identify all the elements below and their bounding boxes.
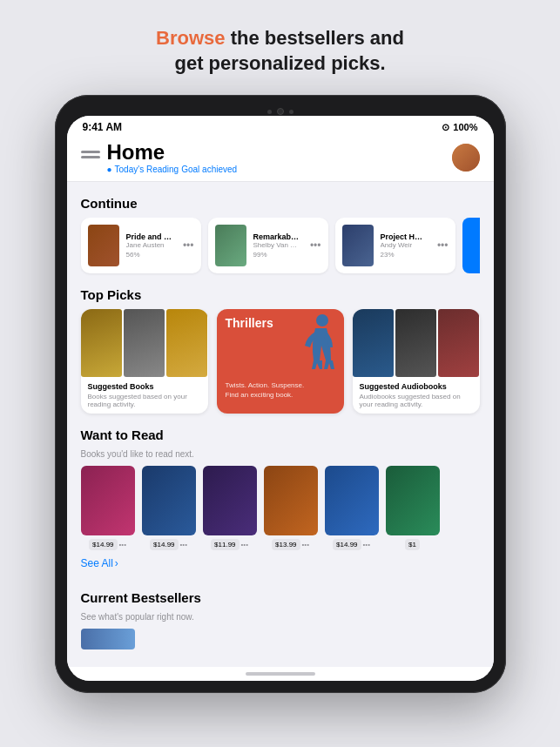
suggested-books-sublabel: Books suggested based on your reading ac…	[81, 393, 208, 414]
want-cover-4	[264, 466, 318, 535]
want-cover-1	[81, 466, 135, 535]
continue-info-1: Pride and Prejudice Jane Austen 56%	[126, 232, 172, 259]
nav-title-block: Home ● Today's Reading Goal achieved	[107, 140, 238, 174]
book-cover-3	[166, 309, 207, 377]
bestseller-bar	[81, 629, 135, 649]
book-cover-lb	[81, 309, 122, 377]
continue-info-2: Remarkably Bright Creatures Shelby Van P…	[253, 232, 300, 259]
book-author-2: Shelby Van Pelt	[253, 241, 300, 249]
content-area: Continue Pride and Prejudice Jane Austen…	[67, 182, 494, 667]
want-to-read-row: $14.99 ••• $14.99 •••	[67, 466, 494, 550]
reading-goal-label: Today's Reading	[115, 165, 179, 174]
svg-point-0	[316, 314, 328, 326]
suggested-books-label: Suggested Books	[81, 377, 208, 393]
suggested-audio-covers	[353, 309, 480, 377]
page-wrapper: Browse the bestsellers andget personaliz…	[0, 0, 560, 747]
want-more-3[interactable]: •••	[241, 541, 248, 548]
want-to-read-section: Want to Read Books you'd like to read ne…	[67, 424, 494, 583]
headline: Browse the bestsellers andget personaliz…	[56, 26, 503, 76]
home-indicator	[67, 667, 494, 681]
suggested-audiobooks-label: Suggested Audiobooks	[353, 377, 480, 393]
bestsellers-subtitle: See what's popular right now.	[67, 612, 494, 629]
top-dot-2	[289, 110, 293, 114]
reading-goal-dot: ●	[107, 165, 112, 174]
want-price-3: $11.99	[211, 539, 239, 550]
want-cover-5	[325, 466, 379, 535]
book-author-3: Andy Weir	[381, 241, 427, 249]
phm-cover	[342, 225, 374, 266]
user-avatar[interactable]	[452, 144, 480, 172]
continue-card-2[interactable]: Remarkably Bright Creatures Shelby Van P…	[208, 218, 328, 273]
bestsellers-row	[67, 629, 494, 649]
battery-status: 100%	[453, 122, 477, 132]
continue-row: Pride and Prejudice Jane Austen 56% ••• …	[67, 218, 494, 284]
bestsellers-label: Current Bestsellers	[67, 587, 494, 612]
top-dot-1	[267, 110, 272, 114]
want-book-4[interactable]: $13.99 •••	[264, 466, 318, 550]
avatar-image	[452, 144, 480, 172]
book-author-1: Jane Austen	[126, 241, 172, 249]
status-right: ⊙ 100%	[442, 122, 477, 133]
thriller-content: Thrillers Twists. Action. Suspense.Find	[217, 309, 344, 414]
want-price-1: $14.99	[89, 539, 117, 550]
want-more-4[interactable]: •••	[302, 541, 309, 548]
want-book-5[interactable]: $14.99 •••	[325, 466, 379, 550]
suggested-books-covers	[81, 309, 208, 377]
book-progress-3: 23%	[381, 251, 427, 259]
audio-cover-3	[438, 309, 479, 377]
continue-card-3[interactable]: Project Hail Mary Andy Weir 23% •••	[335, 218, 455, 273]
home-bar	[246, 672, 315, 676]
page-title: Home	[107, 140, 238, 165]
book-cover-silent	[124, 309, 165, 377]
want-more-1[interactable]: •••	[119, 541, 126, 548]
status-time: 9:41 AM	[83, 121, 123, 133]
book-progress-1: 56%	[126, 251, 172, 259]
see-all-label: See All	[81, 557, 113, 569]
nav-bar: Home ● Today's Reading Goal achieved	[67, 137, 494, 182]
front-camera	[277, 108, 284, 115]
want-book-3[interactable]: $11.99 •••	[203, 466, 257, 550]
see-all-button[interactable]: See All ›	[67, 550, 494, 576]
want-price-2: $14.99	[150, 539, 178, 550]
continue-info-3: Project Hail Mary Andy Weir 23%	[381, 232, 427, 259]
more-options-icon-2[interactable]: •••	[307, 239, 321, 252]
continue-section-label: Continue	[67, 192, 494, 218]
thriller-person-icon	[298, 313, 337, 374]
headline-browse: Browse	[156, 27, 225, 49]
suggested-audiobooks-card[interactable]: Suggested Audiobooks Audiobooks suggeste…	[353, 309, 480, 414]
want-to-read-subtitle: Books you'd like to read next.	[67, 449, 494, 466]
wifi-icon: ⊙	[442, 122, 449, 133]
want-cover-3	[203, 466, 257, 535]
status-bar: 9:41 AM ⊙ 100%	[67, 116, 494, 137]
want-book-2[interactable]: $14.99 •••	[142, 466, 196, 550]
continue-card-partial	[462, 218, 480, 273]
top-picks-label: Top Picks	[67, 284, 494, 309]
want-cover-2	[142, 466, 196, 535]
want-more-5[interactable]: •••	[363, 541, 370, 548]
more-options-icon-1[interactable]: •••	[179, 239, 194, 252]
book-progress-2: 99%	[253, 251, 300, 259]
continue-card-1[interactable]: Pride and Prejudice Jane Austen 56% •••	[81, 218, 201, 273]
nav-left: Home ● Today's Reading Goal achieved	[81, 140, 238, 174]
ipad-top-bar	[67, 107, 494, 116]
suggested-books-card[interactable]: Suggested Books Books suggested based on…	[81, 309, 208, 414]
ipad-frame: 9:41 AM ⊙ 100% Home ●	[55, 95, 506, 693]
top-picks-row: Suggested Books Books suggested based on…	[67, 309, 494, 424]
sidebar-toggle-icon[interactable]	[81, 151, 100, 165]
want-book-6[interactable]: $1	[386, 466, 440, 550]
rbc-cover	[215, 225, 246, 266]
ipad-screen: 9:41 AM ⊙ 100% Home ●	[67, 116, 494, 681]
want-book-1[interactable]: $14.99 •••	[81, 466, 135, 550]
want-price-4: $13.99	[272, 539, 300, 550]
pride-prejudice-cover	[88, 225, 119, 266]
book-title-3: Project Hail Mary	[381, 232, 427, 241]
want-price-5: $14.99	[333, 539, 361, 550]
thrillers-card[interactable]: Thrillers Twists. Action. Suspense.Find	[217, 309, 344, 414]
reading-goal-status: ● Today's Reading Goal achieved	[107, 165, 238, 174]
more-options-icon-3[interactable]: •••	[434, 239, 449, 252]
audio-cover-2	[395, 309, 436, 377]
want-more-2[interactable]: •••	[180, 541, 187, 548]
audio-cover-1	[353, 309, 394, 377]
chevron-right-icon: ›	[115, 557, 118, 569]
want-cover-6	[386, 466, 440, 535]
